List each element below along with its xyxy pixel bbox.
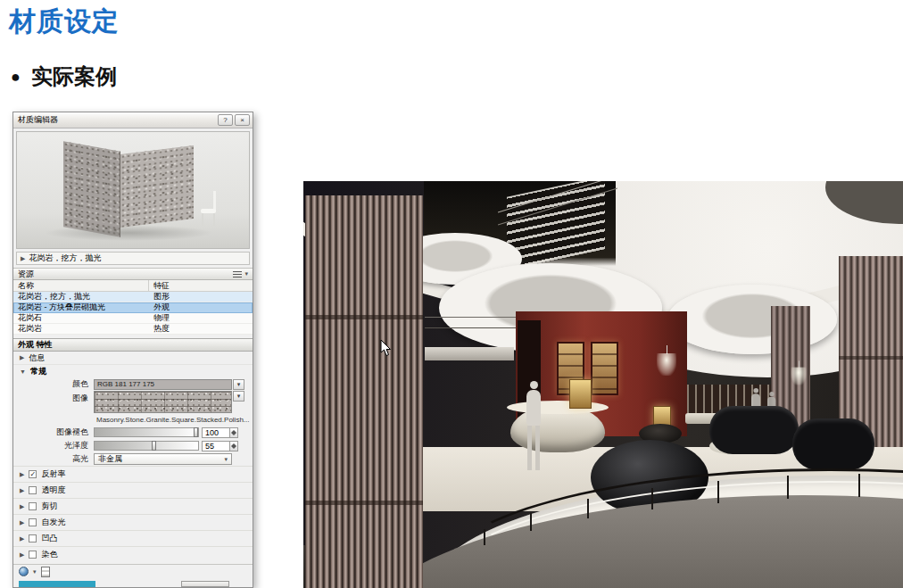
partial-highlighted-item[interactable] — [19, 581, 95, 587]
render-railing-post — [717, 481, 719, 503]
preview-wall-left-face — [63, 141, 120, 236]
render-display-ledge — [425, 347, 514, 360]
glossiness-label: 光泽度 — [13, 440, 94, 451]
bump-checkbox[interactable] — [29, 534, 37, 542]
section-transparency[interactable]: ▶ 透明度 — [13, 482, 253, 498]
render-sofa — [792, 418, 874, 470]
color-menu-button[interactable]: ▾ — [233, 379, 244, 390]
highlight-dropdown[interactable]: 非金属 ▾ — [94, 453, 232, 465]
render-mezzanine-rail — [425, 327, 518, 328]
highlight-value: 非金属 — [98, 453, 122, 465]
render-mode-icon[interactable] — [19, 567, 29, 576]
color-property-row: 颜色 RGB 181 177 175 ▾ — [13, 377, 253, 391]
material-preview — [16, 131, 250, 249]
transparency-checkbox[interactable] — [29, 486, 37, 494]
tint-checkbox[interactable] — [29, 551, 37, 559]
render-railing-post — [858, 474, 860, 497]
info-label: 信息 — [29, 352, 45, 364]
slider-thumb[interactable] — [194, 427, 198, 437]
info-section-row[interactable]: ▶ 信息 — [13, 352, 253, 365]
color-swatch[interactable]: RGB 181 177 175 — [94, 379, 232, 390]
image-fade-spinner[interactable] — [230, 427, 238, 438]
section-cutouts[interactable]: ▶ 剪切 — [13, 498, 253, 514]
assets-header: 资源 ▾ — [13, 268, 253, 280]
preview-wall-right-face — [120, 145, 194, 228]
expanded-arrow-icon[interactable]: ▼ — [20, 369, 26, 375]
self-illumination-checkbox[interactable] — [29, 518, 37, 526]
asset-row-thermal[interactable]: 花岗岩 热度 — [13, 324, 253, 335]
assets-header-label: 资源 — [18, 269, 34, 280]
section-reflectivity[interactable]: ▶ ✓ 反射率 — [13, 466, 253, 482]
partial-button[interactable] — [181, 581, 229, 587]
render-mezzanine-rail — [425, 317, 518, 318]
render-railing-post — [787, 476, 789, 499]
document-icon[interactable] — [41, 567, 50, 577]
asset-row-graphics[interactable]: 花岗岩，挖方，抛光 图形 — [13, 292, 253, 302]
render-railing-post — [530, 513, 532, 531]
asset-list-menu-button[interactable]: ▾ — [233, 270, 248, 277]
render-column-left — [305, 195, 423, 588]
asset-row-appearance[interactable]: 花岗岩 - 方块叠层砌抛光 外观 — [13, 302, 253, 313]
glossiness-spinner[interactable] — [230, 441, 238, 451]
render-chandelier — [790, 360, 808, 385]
list-icon — [233, 271, 242, 277]
slider-thumb[interactable] — [152, 441, 156, 451]
render-railing-post — [484, 529, 485, 545]
render-railing-post — [651, 488, 653, 509]
asset-row-physical[interactable]: 花岗石 物理 — [13, 313, 253, 324]
render-bar-counter-top — [507, 401, 609, 414]
material-name: 花岗岩，挖方，抛光 — [29, 253, 101, 264]
glossiness-row: 光泽度 55 — [13, 439, 253, 452]
glossiness-value[interactable]: 55 — [202, 441, 230, 451]
image-fade-label: 图像褪色 — [13, 427, 94, 438]
image-fade-value[interactable]: 100 — [202, 427, 230, 438]
image-property-row: 图像 ▾ — [13, 391, 253, 416]
expand-icon[interactable]: ▶ — [21, 255, 25, 262]
image-label: 图像 — [13, 391, 94, 404]
chevron-down-icon[interactable]: ▾ — [33, 568, 37, 576]
render-chandelier — [655, 345, 678, 376]
collapsed-arrow-icon[interactable]: ▶ — [20, 354, 24, 361]
col-name: 名称 — [13, 280, 149, 291]
chevron-down-icon: ▾ — [244, 270, 248, 277]
page-title: 材质设定 — [9, 4, 120, 40]
section-tint[interactable]: ▶ 染色 — [13, 546, 253, 562]
assets-table-header: 名称 特征 — [13, 280, 253, 292]
image-menu-button[interactable]: ▾ — [233, 391, 244, 402]
image-filename: Masonry.Stone.Granite.Square.Stacked.Pol… — [96, 416, 253, 426]
image-texture-thumbnail[interactable] — [94, 391, 232, 413]
col-trait: 特征 — [149, 280, 253, 291]
bullet-icon: ● — [11, 69, 21, 85]
help-button[interactable]: ? — [218, 114, 233, 126]
reflectivity-checkbox[interactable]: ✓ — [29, 470, 37, 478]
slide: 材质设定 ● 实际案例 材质编辑器 ? × ▶ 花岗岩，挖方，抛光 — [0, 0, 903, 588]
render-railing-post — [587, 499, 589, 518]
render-ceiling-disc — [667, 285, 837, 354]
mouse-cursor — [380, 339, 393, 360]
highlight-label: 高光 — [13, 453, 94, 465]
cutouts-checkbox[interactable] — [29, 502, 37, 510]
dialog-bottom-toolbar: ▾ — [13, 564, 253, 578]
dialog-title: 材质编辑器 — [18, 114, 216, 126]
bullet-line: ● 实际案例 — [11, 62, 117, 91]
appearance-section-header: 外观 特性 — [13, 338, 253, 352]
close-button[interactable]: × — [235, 114, 250, 126]
section-self-illumination[interactable]: ▶ 自发光 — [13, 514, 253, 530]
general-label: 常规 — [30, 366, 46, 377]
color-label: 颜色 — [13, 378, 94, 390]
render-display-case — [569, 379, 592, 409]
dialog-titlebar[interactable]: 材质编辑器 ? × — [13, 112, 253, 128]
chevron-down-icon: ▾ — [224, 456, 228, 463]
general-section-row[interactable]: ▼ 常规 — [13, 365, 253, 377]
preview-floor-shadow — [44, 225, 213, 241]
render-display-cabinet — [591, 342, 618, 395]
section-bump[interactable]: ▶ 凹凸 — [13, 530, 253, 546]
render-person-silhouette — [526, 381, 541, 470]
material-name-row[interactable]: ▶ 花岗岩，挖方，抛光 — [16, 252, 250, 265]
render-image — [303, 181, 903, 588]
material-editor-dialog: 材质编辑器 ? × ▶ 花岗岩，挖方，抛光 资源 ▾ — [12, 112, 253, 588]
glossiness-slider[interactable] — [94, 441, 199, 451]
image-fade-slider[interactable] — [94, 427, 199, 437]
highlight-row: 高光 非金属 ▾ — [13, 452, 253, 466]
image-fade-row: 图像褪色 100 — [13, 426, 253, 439]
